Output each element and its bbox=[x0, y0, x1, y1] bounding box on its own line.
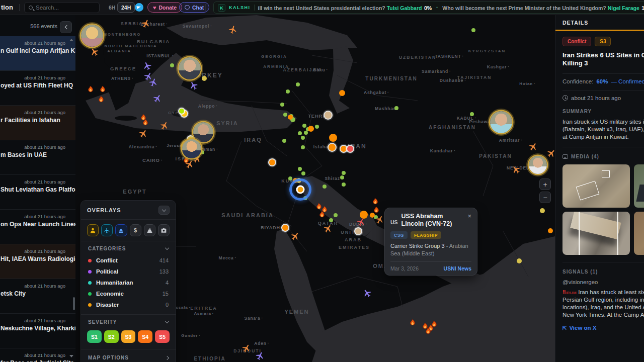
event-dot-marker[interactable] bbox=[269, 159, 275, 165]
sidebar-collapse-button[interactable] bbox=[60, 21, 72, 33]
event-dot-marker[interactable] bbox=[288, 115, 293, 120]
map-zoom-in-button[interactable]: + bbox=[539, 178, 551, 190]
event-dot-marker[interactable] bbox=[394, 106, 398, 110]
media-thumbnail[interactable] bbox=[634, 164, 644, 208]
media-thumbnail[interactable] bbox=[562, 164, 630, 208]
scroll-down-arrow[interactable] bbox=[69, 355, 73, 357]
severity-chip-s3[interactable]: S3 bbox=[121, 330, 136, 343]
strike-marker[interactable] bbox=[98, 95, 105, 103]
event-dot-marker[interactable] bbox=[304, 131, 308, 135]
event-dot-marker[interactable] bbox=[329, 218, 333, 222]
event-dot-marker[interactable] bbox=[302, 124, 306, 128]
selected-event-marker[interactable] bbox=[289, 178, 311, 201]
strike-marker[interactable] bbox=[99, 85, 107, 93]
scroll-up-arrow[interactable] bbox=[69, 39, 73, 41]
camera-overlay-toggle[interactable] bbox=[158, 224, 170, 236]
event-dot-marker[interactable] bbox=[340, 175, 344, 179]
event-dot-marker[interactable] bbox=[342, 183, 346, 187]
leader-avatar-marker[interactable] bbox=[81, 25, 103, 47]
severity-chip-s4[interactable]: S4 bbox=[138, 330, 152, 343]
event-dot-marker[interactable] bbox=[315, 125, 319, 129]
event-dot-marker[interactable] bbox=[170, 63, 174, 67]
event-list-item[interactable]: about 21 hours agom Bases in UAE bbox=[0, 140, 75, 175]
overlays-collapse-button[interactable] bbox=[158, 206, 170, 215]
event-dot-marker[interactable] bbox=[347, 146, 353, 152]
event-list-item[interactable]: about 21 hours agon Gulf incl Camp Arifj… bbox=[0, 36, 75, 71]
event-dot-marker[interactable] bbox=[308, 126, 314, 132]
volcano-overlay-toggle[interactable] bbox=[144, 224, 155, 236]
economy-overlay-toggle[interactable]: $ bbox=[130, 224, 141, 236]
event-dot-marker[interactable] bbox=[298, 131, 302, 135]
sidebar-scrollbar[interactable] bbox=[73, 297, 75, 310]
event-dot-marker[interactable] bbox=[325, 112, 332, 119]
event-dot-marker[interactable] bbox=[355, 228, 361, 234]
event-dot-marker[interactable] bbox=[341, 146, 347, 152]
ticker-item[interactable]: Who will become the next Prime Minister … bbox=[442, 3, 644, 12]
telegram-icon[interactable] bbox=[135, 3, 143, 12]
map-zoom-out-button[interactable]: − bbox=[539, 192, 551, 203]
leader-avatar-marker[interactable] bbox=[529, 156, 547, 174]
event-list-item[interactable]: about 21 hours agofor Base and Judicial … bbox=[0, 348, 75, 362]
event-dot-marker[interactable] bbox=[283, 113, 287, 117]
event-dot-marker[interactable] bbox=[329, 134, 337, 142]
event-dot-marker[interactable] bbox=[470, 112, 474, 116]
popup-close-icon[interactable]: × bbox=[467, 214, 471, 228]
search-input[interactable]: Search... bbox=[24, 2, 100, 13]
category-row[interactable]: Economic15 bbox=[81, 288, 176, 299]
event-dot-marker[interactable] bbox=[301, 136, 305, 140]
severity-chip-s5[interactable]: S5 bbox=[155, 330, 170, 343]
vessel-source-link[interactable]: USNI News bbox=[444, 265, 471, 272]
event-dot-marker[interactable] bbox=[280, 103, 284, 107]
event-list-item[interactable]: about 21 hours agoHit, IAEA Warns Radiol… bbox=[0, 244, 75, 279]
event-dot-marker[interactable] bbox=[540, 208, 545, 213]
aircraft-overlay-toggle[interactable] bbox=[101, 224, 113, 236]
event-dot-marker[interactable] bbox=[301, 171, 305, 175]
leader-avatar-marker[interactable] bbox=[179, 57, 201, 79]
event-dot-marker[interactable] bbox=[329, 144, 336, 151]
severity-chip-s2[interactable]: S2 bbox=[104, 330, 119, 343]
event-dot-marker[interactable] bbox=[298, 167, 302, 171]
strike-marker[interactable] bbox=[87, 85, 95, 93]
event-dot-marker[interactable] bbox=[323, 185, 327, 189]
kalshi-ticker[interactable]: K KALSHI ill win the next United States … bbox=[213, 2, 644, 14]
view-on-x-link[interactable]: ⇱ View on X bbox=[562, 325, 644, 331]
severity-chevron-icon[interactable] bbox=[165, 319, 169, 323]
event-dot-marker[interactable] bbox=[202, 76, 207, 81]
strike-marker[interactable] bbox=[409, 318, 417, 326]
leader-avatar-marker[interactable] bbox=[182, 139, 201, 158]
event-dot-marker[interactable] bbox=[342, 171, 346, 175]
personnel-overlay-toggle[interactable] bbox=[87, 224, 99, 236]
event-dot-marker[interactable] bbox=[179, 109, 184, 114]
event-dot-marker[interactable] bbox=[286, 89, 290, 94]
leader-avatar-marker[interactable] bbox=[193, 122, 213, 142]
severity-chip-s1[interactable]: S1 bbox=[87, 330, 102, 343]
leader-avatar-marker[interactable] bbox=[490, 111, 512, 133]
event-dot-marker[interactable] bbox=[301, 145, 305, 149]
strike-marker[interactable] bbox=[425, 327, 432, 335]
event-dot-marker[interactable] bbox=[282, 139, 286, 143]
categories-chevron-icon[interactable] bbox=[165, 246, 169, 250]
strike-marker[interactable] bbox=[373, 206, 380, 214]
event-dot-marker[interactable] bbox=[334, 213, 338, 217]
event-list-item[interactable]: about 21 hours agoNeskuchne Village, Kha… bbox=[0, 314, 75, 348]
event-list-item[interactable]: about 21 hours agooyed at US Fifth Fleet… bbox=[0, 71, 75, 106]
category-row[interactable]: Conflict414 bbox=[81, 255, 176, 266]
event-dot-marker[interactable] bbox=[517, 258, 522, 263]
strike-marker[interactable] bbox=[142, 118, 149, 126]
media-thumbnail[interactable] bbox=[634, 212, 644, 255]
event-list-item[interactable]: about 21 hours agor Facilities in Isfaha… bbox=[0, 106, 75, 140]
ticker-item[interactable]: ill win the next United States president… bbox=[258, 3, 432, 12]
event-list-item[interactable]: about 21 hours agoShut Leviathan Gas Pla… bbox=[0, 175, 75, 210]
event-dot-marker[interactable] bbox=[548, 228, 553, 233]
category-row[interactable]: Political133 bbox=[81, 266, 176, 277]
strike-marker[interactable] bbox=[318, 210, 326, 218]
media-thumbnail[interactable] bbox=[562, 212, 630, 255]
event-list-item[interactable]: about 21 hours agoon Ops Near Launch Lin… bbox=[0, 210, 75, 244]
event-list-item[interactable]: about 21 hours agoetsk City bbox=[0, 279, 75, 314]
naval-overlay-toggle[interactable] bbox=[115, 224, 127, 236]
event-dot-marker[interactable] bbox=[296, 82, 300, 86]
donate-button[interactable]: ♥ Donate bbox=[147, 2, 182, 13]
event-dot-marker[interactable] bbox=[282, 225, 288, 231]
time-filter-6h[interactable]: 6H bbox=[109, 5, 115, 11]
category-row[interactable]: Humanitarian4 bbox=[81, 277, 176, 288]
